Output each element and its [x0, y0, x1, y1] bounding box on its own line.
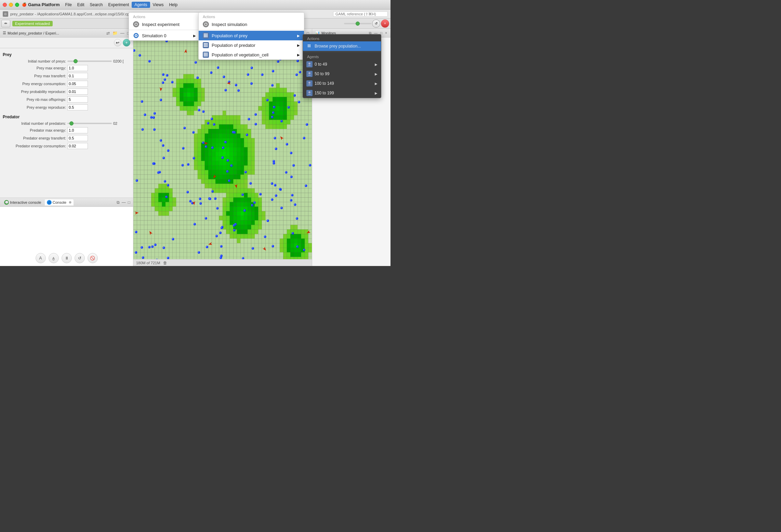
- simulation0-icon: [133, 32, 139, 39]
- menu-experiment[interactable]: Experiment: [106, 2, 132, 8]
- svg-rect-20: [205, 44, 206, 45]
- agent-range-100-to-149[interactable]: 100 to 149 ▶: [303, 79, 381, 88]
- pop-submenu-separator: [303, 52, 381, 52]
- simulation-submenu-population-prey[interactable]: Population of prey ▶: [199, 31, 304, 40]
- svg-rect-30: [207, 54, 208, 55]
- svg-rect-42: [310, 46, 310, 47]
- agent-range-50-99-chevron: ▶: [375, 72, 378, 76]
- prey-max-transfert-input[interactable]: [67, 73, 88, 79]
- param-prey-prob-reproduce: Prey probability reproduce:: [3, 89, 130, 95]
- console-btn-reload[interactable]: ↺: [75, 253, 85, 263]
- predator-section-label: Predator: [3, 115, 130, 119]
- svg-rect-17: [205, 43, 206, 44]
- predator-energy-consumption-input[interactable]: [67, 143, 88, 149]
- browse-prey-population-item[interactable]: Browse prey population...: [303, 41, 381, 51]
- console-maximize-button[interactable]: □: [127, 200, 131, 205]
- trash-button[interactable]: 🗑: [162, 260, 168, 266]
- stop-button[interactable]: ×: [381, 19, 389, 28]
- menu-help[interactable]: Help: [166, 2, 180, 8]
- speed-slider[interactable]: [344, 23, 371, 24]
- prey-prob-reproduce-input[interactable]: [67, 89, 88, 95]
- svg-rect-40: [308, 46, 308, 47]
- console-btn-stop[interactable]: 🚫: [88, 253, 98, 263]
- population-prey-submenu[interactable]: Actions Browse prey population... Agents…: [303, 34, 381, 98]
- simulation-status-bar: 180M of 721M 🗑: [133, 259, 312, 266]
- prey-energy-reproduce-input[interactable]: [67, 104, 88, 110]
- svg-rect-33: [207, 55, 208, 56]
- population-vegetation-label: Population of vegetation_cell: [212, 52, 268, 57]
- prey-energy-consumption-input[interactable]: [67, 81, 88, 87]
- prey-max-energy-input[interactable]: [67, 65, 88, 71]
- initial-preys-value: 0200 [: [113, 59, 130, 63]
- simulation-canvas-area: 180M of 721M 🗑: [133, 38, 312, 266]
- maximize-window-button[interactable]: [15, 3, 19, 7]
- simulation-canvas[interactable]: [133, 38, 312, 266]
- console-btn-aa[interactable]: A̲: [49, 253, 59, 263]
- param-prey-max-energy: Prey max energy:: [3, 65, 130, 71]
- inspect-experiment-label: Inspect experiment: [142, 22, 180, 27]
- menu-agents[interactable]: Agents: [132, 2, 150, 8]
- svg-point-44: [308, 72, 310, 74]
- simulation-submenu[interactable]: Actions Inspect simulation Population of…: [198, 12, 304, 60]
- experiment-panel-header: ☰ Model prey_predator / Experi... ⇄ 📁 — …: [0, 29, 133, 38]
- menu-edit[interactable]: Edit: [75, 2, 87, 8]
- console-btn-pause[interactable]: ⏸: [62, 253, 72, 263]
- svg-rect-25: [204, 53, 205, 54]
- initial-predators-slider[interactable]: [67, 123, 112, 124]
- simulation-submenu-population-vegetation[interactable]: Population of vegetation_cell ▶: [199, 50, 304, 59]
- agent-range-150-to-199[interactable]: 150 to 199 ▶: [303, 88, 381, 98]
- simulation-submenu-population-predator[interactable]: Population of predator ▶: [199, 40, 304, 50]
- tab-console[interactable]: 🔵 Console ⊗: [45, 199, 74, 205]
- prey-nb-offsprings-input[interactable]: [67, 96, 88, 103]
- param-predator-energy-transfert: Predator energy transfert:: [3, 135, 130, 141]
- param-prey-nb-offsprings: Prey nb max offsprings:: [3, 96, 130, 103]
- svg-rect-10: [204, 35, 205, 36]
- console-badge: ⊗: [69, 200, 71, 204]
- monitors-close-button[interactable]: ×: [384, 31, 388, 35]
- inspect-simulation-icon: [203, 21, 209, 27]
- agents-menu-inspect-experiment[interactable]: Inspect experiment: [129, 19, 200, 29]
- panel-swap-button[interactable]: ⇄: [106, 31, 110, 36]
- models-button[interactable]: 📁: [112, 31, 118, 36]
- agents-menu-simulation0[interactable]: Simulation 0 ▶: [129, 31, 200, 40]
- minimize-window-button[interactable]: [9, 3, 13, 7]
- svg-point-6: [205, 23, 207, 25]
- gaml-search-input[interactable]: [333, 11, 388, 17]
- population-vegetation-icon: [203, 52, 209, 58]
- agents-dropdown-menu[interactable]: Actions Inspect experiment Simulation 0 …: [129, 12, 200, 41]
- pop-agents-label: Agents: [303, 53, 381, 59]
- menu-search[interactable]: Search: [87, 2, 106, 8]
- svg-rect-13: [204, 36, 205, 37]
- close-window-button[interactable]: [3, 3, 7, 7]
- console-minimize-button[interactable]: —: [121, 200, 127, 205]
- console-btn-a[interactable]: A: [36, 253, 46, 263]
- agent-range-0-to-49[interactable]: 0 to 49 ▶: [303, 59, 381, 69]
- svg-rect-16: [204, 43, 205, 44]
- initial-preys-slider[interactable]: [67, 61, 112, 62]
- agent-range-50-to-99[interactable]: 50 to 99 ▶: [303, 69, 381, 79]
- svg-rect-27: [207, 53, 208, 54]
- menu-file[interactable]: File: [62, 2, 74, 8]
- browse-prey-label: Browse prey population...: [315, 44, 361, 49]
- reload-button[interactable]: ↺: [372, 19, 380, 28]
- svg-rect-41: [309, 46, 309, 47]
- predator-energy-transfert-input[interactable]: [67, 135, 88, 141]
- tab-interactive-console[interactable]: 💬 Interactive console: [2, 199, 43, 205]
- param-predator-energy-transfert-label: Predator energy transfert:: [3, 136, 66, 140]
- simulation-submenu-inspect[interactable]: Inspect simulation: [199, 19, 304, 29]
- menu-views[interactable]: Views: [150, 2, 167, 8]
- svg-rect-19: [204, 44, 205, 45]
- toolbar-pen-button[interactable]: ✏: [1, 20, 10, 27]
- console-swap-button[interactable]: ⧉: [116, 200, 120, 205]
- experiment-panel-title: Model prey_predator / Experi...: [8, 31, 104, 35]
- svg-rect-24: [207, 46, 208, 47]
- panel-minimize-button[interactable]: —: [120, 31, 125, 36]
- param-prey-max-energy-label: Prey max energy:: [3, 66, 66, 70]
- undo-button[interactable]: ↩: [114, 39, 121, 46]
- svg-rect-18: [207, 43, 208, 44]
- agent-150-199-icon: [306, 90, 313, 96]
- predator-max-energy-input[interactable]: [67, 127, 88, 133]
- console-window-controls: ⧉ — □: [116, 200, 131, 205]
- svg-rect-8: [205, 34, 206, 35]
- experiment-badge: Experiment reloaded: [12, 21, 53, 26]
